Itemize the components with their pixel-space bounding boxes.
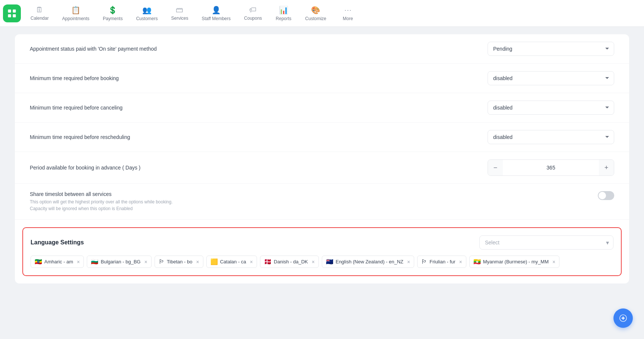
nav-label-appointments: Appointments xyxy=(62,16,89,21)
lang-label-my-mm: Myanmar (Burmese) - my_MM xyxy=(483,259,549,264)
calendar-icon: 🗓 xyxy=(36,6,43,14)
stepper-plus-button[interactable]: + xyxy=(599,160,614,175)
language-tag-ca: 🟨 Catalan - ca × xyxy=(206,256,257,268)
floating-action-button[interactable] xyxy=(613,308,633,328)
advance-booking-stepper: − + xyxy=(488,159,614,176)
flag-fur: 🏳 xyxy=(421,259,427,265)
staff-icon: 👤 xyxy=(212,6,221,15)
language-tag-bg: 🇧🇬 Bulgarian - bg_BG × xyxy=(87,256,151,268)
svg-rect-2 xyxy=(8,14,11,17)
nav-item-customers[interactable]: 👥 Customers xyxy=(129,3,164,24)
language-settings-title: Language Settings xyxy=(31,239,84,246)
min-canceling-dropdown[interactable]: disabled 15 minutes 30 minutes 1 hour xyxy=(488,101,614,115)
more-icon: ⋯ xyxy=(344,6,352,15)
nav-item-more[interactable]: ⋯ More xyxy=(333,3,363,24)
language-tag-en-nz: 🇳🇿 English (New Zealand) - en_NZ × xyxy=(322,256,414,268)
onsite-dropdown[interactable]: Pending Approved Cancelled xyxy=(488,42,614,56)
share-timeslot-title: Share timeslot between all services xyxy=(30,191,590,197)
min-booking-control: disabled 15 minutes 30 minutes 1 hour xyxy=(488,71,614,85)
nav-item-staff[interactable]: 👤 Staff Members xyxy=(195,3,237,24)
flag-bg: 🇧🇬 xyxy=(91,258,98,265)
language-settings-header: Language Settings Select Amharic - am Bu… xyxy=(31,235,613,250)
language-tag-bo: 🏳 Tibetan - bo × xyxy=(155,256,203,268)
language-tag-my-mm: 🇲🇲 Myanmar (Burmese) - my_MM × xyxy=(469,256,559,268)
svg-point-5 xyxy=(622,317,624,319)
svg-rect-3 xyxy=(13,14,16,17)
share-timeslot-row: Share timeslot between all services This… xyxy=(15,184,629,220)
services-icon: 🗃 xyxy=(176,6,183,14)
remove-my-mm-button[interactable]: × xyxy=(552,259,555,264)
min-rescheduling-control: disabled 15 minutes 30 minutes 1 hour xyxy=(488,130,614,144)
language-tag-fur: 🏳 Friulian - fur × xyxy=(417,256,466,268)
remove-bg-button[interactable]: × xyxy=(144,259,147,264)
share-timeslot-text: Share timeslot between all services This… xyxy=(30,191,590,212)
flag-da: 🇩🇰 xyxy=(264,258,272,265)
stepper-minus-button[interactable]: − xyxy=(488,160,503,175)
onsite-control: Pending Approved Cancelled xyxy=(488,42,614,56)
setting-row-onsite: Appointment status paid with 'On site' p… xyxy=(15,34,629,64)
min-canceling-label: Minimum time required before canceling xyxy=(30,105,488,111)
language-tag-am: 🇪🇹 Amharic - am × xyxy=(31,256,84,268)
nav-item-payments[interactable]: 💲 Payments xyxy=(96,3,129,24)
top-navigation: 🗓 Calendar 📋 Appointments 💲 Payments 👥 C… xyxy=(0,0,644,27)
language-tag-da: 🇩🇰 Danish - da_DK × xyxy=(260,256,319,268)
reports-icon: 📊 xyxy=(279,6,288,15)
share-timeslot-desc: This option will get the highest priorit… xyxy=(30,199,590,212)
remove-fur-button[interactable]: × xyxy=(459,259,462,264)
nav-label-coupons: Coupons xyxy=(244,16,262,21)
nav-item-calendar[interactable]: 🗓 Calendar xyxy=(24,3,55,24)
language-select-dropdown[interactable]: Select Amharic - am Bulgarian - bg_BG Ti… xyxy=(479,235,613,250)
nav-label-services: Services xyxy=(171,16,188,21)
language-tags-container: 🇪🇹 Amharic - am × 🇧🇬 Bulgarian - bg_BG ×… xyxy=(31,256,613,268)
nav-item-services[interactable]: 🗃 Services xyxy=(164,3,195,24)
min-booking-dropdown[interactable]: disabled 15 minutes 30 minutes 1 hour xyxy=(488,71,614,85)
lang-label-ca: Catalan - ca xyxy=(220,259,246,264)
flag-my-mm: 🇲🇲 xyxy=(473,258,481,265)
nav-label-more: More xyxy=(343,16,353,21)
setting-row-min-booking: Minimum time required before booking dis… xyxy=(15,64,629,93)
nav-item-appointments[interactable]: 📋 Appointments xyxy=(55,3,96,24)
remove-en-nz-button[interactable]: × xyxy=(407,259,410,264)
lang-label-bo: Tibetan - bo xyxy=(167,259,193,264)
advance-booking-input[interactable] xyxy=(503,161,599,174)
language-select-wrapper: Select Amharic - am Bulgarian - bg_BG Ti… xyxy=(479,235,613,250)
nav-label-payments: Payments xyxy=(103,16,123,21)
advance-booking-label: Period available for booking in advance … xyxy=(30,165,488,171)
min-rescheduling-dropdown[interactable]: disabled 15 minutes 30 minutes 1 hour xyxy=(488,130,614,144)
svg-rect-0 xyxy=(8,9,11,12)
main-content: Appointment status paid with 'On site' p… xyxy=(0,27,644,339)
payments-icon: 💲 xyxy=(108,6,117,15)
coupons-icon: 🏷 xyxy=(249,6,257,14)
nav-item-customize[interactable]: 🎨 Customize xyxy=(298,3,333,24)
remove-da-button[interactable]: × xyxy=(312,259,315,264)
lang-label-en-nz: English (New Zealand) - en_NZ xyxy=(336,259,403,264)
nav-label-customers: Customers xyxy=(136,16,158,21)
nav-item-coupons[interactable]: 🏷 Coupons xyxy=(237,3,269,24)
nav-label-customize: Customize xyxy=(305,16,326,21)
flag-am: 🇪🇹 xyxy=(35,258,42,265)
svg-rect-1 xyxy=(13,9,16,12)
lang-label-am: Amharic - am xyxy=(44,259,73,264)
remove-am-button[interactable]: × xyxy=(77,259,80,264)
share-timeslot-toggle[interactable] xyxy=(598,191,614,200)
lang-label-fur: Friulian - fur xyxy=(429,259,455,264)
min-canceling-control: disabled 15 minutes 30 minutes 1 hour xyxy=(488,101,614,115)
flag-bo: 🏳 xyxy=(159,259,165,265)
nav-items-container: 🗓 Calendar 📋 Appointments 💲 Payments 👥 C… xyxy=(24,3,641,24)
nav-label-calendar: Calendar xyxy=(31,16,49,21)
remove-ca-button[interactable]: × xyxy=(250,259,253,264)
min-rescheduling-label: Minimum time required before reschedulin… xyxy=(30,134,488,140)
nav-item-reports[interactable]: 📊 Reports xyxy=(269,3,298,24)
remove-bo-button[interactable]: × xyxy=(196,259,199,264)
lang-label-da: Danish - da_DK xyxy=(274,259,308,264)
onsite-label: Appointment status paid with 'On site' p… xyxy=(30,46,488,52)
lang-label-bg: Bulgarian - bg_BG xyxy=(101,259,140,264)
nav-label-reports: Reports xyxy=(276,16,291,21)
min-booking-label: Minimum time required before booking xyxy=(30,75,488,81)
flag-ca: 🟨 xyxy=(210,258,218,265)
flag-en-nz: 🇳🇿 xyxy=(326,258,333,265)
advance-booking-control: − + xyxy=(488,159,614,176)
app-logo[interactable] xyxy=(3,4,21,22)
logo-icon xyxy=(7,8,17,19)
customers-icon: 👥 xyxy=(142,6,152,15)
